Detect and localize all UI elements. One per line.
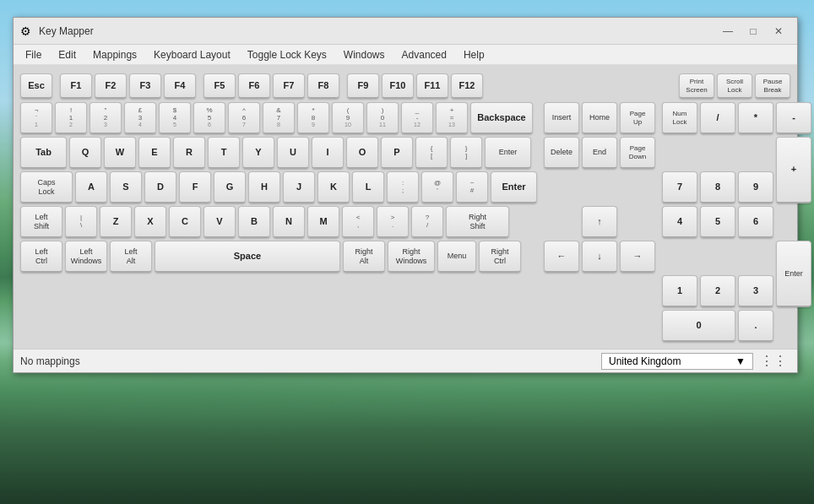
menu-toggle-lock-keys[interactable]: Toggle Lock Keys (239, 46, 335, 63)
key-numpad-6[interactable]: 6 (738, 206, 773, 238)
key-c[interactable]: C (169, 206, 201, 238)
key-end[interactable]: End (582, 137, 617, 169)
key-w[interactable]: W (104, 137, 136, 169)
menu-edit[interactable]: Edit (50, 46, 84, 63)
key-numpad-minus[interactable]: - (776, 102, 811, 134)
key-home[interactable]: Home (582, 102, 617, 134)
maximize-button[interactable]: □ (741, 21, 765, 41)
key-f12[interactable]: F12 (451, 73, 483, 99)
key-e[interactable]: E (138, 137, 171, 169)
menu-help[interactable]: Help (455, 46, 493, 63)
key-rbracket[interactable]: } ] (450, 137, 482, 169)
key-s[interactable]: S (110, 171, 142, 203)
key-5[interactable]: % 5 6 (193, 102, 225, 134)
key-f11[interactable]: F11 (416, 73, 448, 99)
key-numpad-2[interactable]: 2 (700, 275, 735, 307)
key-caps-lock[interactable]: CapsLock (20, 171, 73, 203)
key-numpad-9[interactable]: 9 (738, 171, 773, 203)
key-numpad-5[interactable]: 5 (700, 206, 735, 238)
key-tab[interactable]: Tab (20, 137, 67, 169)
key-quote[interactable]: @ ' (421, 171, 453, 203)
key-down[interactable]: ↓ (582, 241, 617, 273)
key-numpad-7[interactable]: 7 (662, 171, 697, 203)
key-g[interactable]: G (214, 171, 246, 203)
key-6[interactable]: ^ 6 7 (228, 102, 260, 134)
key-d[interactable]: D (144, 171, 176, 203)
key-numpad-star[interactable]: * (738, 102, 773, 134)
key-f4[interactable]: F4 (164, 73, 196, 99)
menu-mappings[interactable]: Mappings (84, 46, 145, 63)
key-f5[interactable]: F5 (204, 73, 236, 99)
key-semicolon[interactable]: : ; (387, 171, 419, 203)
key-minus[interactable]: _ - 12 (401, 102, 433, 134)
key-menu[interactable]: Menu (437, 241, 476, 273)
key-right-shift[interactable]: RightShift (446, 206, 509, 238)
key-hash[interactable]: ~ # (456, 171, 488, 203)
key-space[interactable]: Space (155, 241, 340, 273)
menu-keyboard-layout[interactable]: Keyboard Layout (145, 46, 239, 63)
key-1[interactable]: ! 1 2 (55, 102, 87, 134)
menu-file[interactable]: File (17, 46, 50, 63)
key-backtick[interactable]: ¬ ` 1 (20, 102, 52, 134)
key-k[interactable]: K (317, 171, 350, 203)
key-i[interactable]: I (312, 137, 344, 169)
key-u[interactable]: U (277, 137, 309, 169)
key-numpad-enter[interactable]: Enter (776, 241, 811, 307)
minimize-button[interactable]: — (716, 21, 740, 41)
key-left[interactable]: ← (544, 241, 579, 273)
key-o[interactable]: O (346, 137, 378, 169)
key-numpad-4[interactable]: 4 (662, 206, 697, 238)
key-print-screen[interactable]: PrintScreen (679, 73, 714, 99)
menu-advanced[interactable]: Advanced (393, 46, 455, 63)
key-backspace[interactable]: Backspace (470, 102, 533, 134)
key-numpad-plus[interactable]: + (776, 137, 811, 203)
key-delete[interactable]: Delete (544, 137, 579, 169)
key-numpad-3[interactable]: 3 (738, 275, 773, 307)
layout-dropdown[interactable]: United Kingdom ▼ (601, 353, 753, 370)
key-right-windows[interactable]: RightWindows (388, 241, 435, 273)
key-a[interactable]: A (75, 171, 107, 203)
key-right-ctrl[interactable]: RightCtrl (479, 241, 521, 273)
key-m[interactable]: M (307, 206, 339, 238)
key-pause-break[interactable]: PauseBreak (755, 73, 790, 99)
key-equals[interactable]: + = 13 (436, 102, 468, 134)
key-numpad-1[interactable]: 1 (662, 275, 697, 307)
key-p[interactable]: P (381, 137, 413, 169)
key-4[interactable]: $ 4 5 (159, 102, 191, 134)
key-8[interactable]: * 8 9 (297, 102, 329, 134)
key-7[interactable]: & 7 8 (263, 102, 295, 134)
key-f8[interactable]: F8 (307, 73, 339, 99)
key-f9[interactable]: F9 (347, 73, 379, 99)
key-esc[interactable]: Esc (20, 73, 52, 99)
key-right-alt[interactable]: RightAlt (343, 241, 385, 273)
key-r[interactable]: R (173, 137, 205, 169)
key-z[interactable]: Z (100, 206, 132, 238)
key-f6[interactable]: F6 (238, 73, 270, 99)
key-backslash[interactable]: | \ (65, 206, 97, 238)
key-3[interactable]: £ 3 4 (124, 102, 156, 134)
key-right[interactable]: → (620, 241, 655, 273)
key-l[interactable]: L (352, 171, 384, 203)
key-enter-top[interactable]: Enter (485, 137, 531, 169)
key-y[interactable]: Y (242, 137, 274, 169)
key-v[interactable]: V (204, 206, 236, 238)
key-scroll-lock[interactable]: ScrollLock (717, 73, 752, 99)
key-j[interactable]: J (283, 171, 315, 203)
key-numpad-8[interactable]: 8 (700, 171, 735, 203)
key-left-alt[interactable]: LeftAlt (110, 241, 152, 273)
key-t[interactable]: T (208, 137, 240, 169)
key-h[interactable]: H (248, 171, 280, 203)
key-f10[interactable]: F10 (382, 73, 414, 99)
key-b[interactable]: B (238, 206, 270, 238)
key-9[interactable]: ( 9 10 (332, 102, 364, 134)
key-insert[interactable]: Insert (544, 102, 579, 134)
key-n[interactable]: N (273, 206, 305, 238)
key-period[interactable]: > . (377, 206, 409, 238)
key-0[interactable]: ) 0 11 (366, 102, 399, 134)
key-slash[interactable]: ? / (411, 206, 443, 238)
key-2[interactable]: " 2 3 (90, 102, 122, 134)
key-numpad-slash[interactable]: / (700, 102, 735, 134)
key-numpad-dot[interactable]: . (738, 310, 773, 342)
menu-windows[interactable]: Windows (335, 46, 393, 63)
key-up[interactable]: ↑ (582, 206, 617, 238)
